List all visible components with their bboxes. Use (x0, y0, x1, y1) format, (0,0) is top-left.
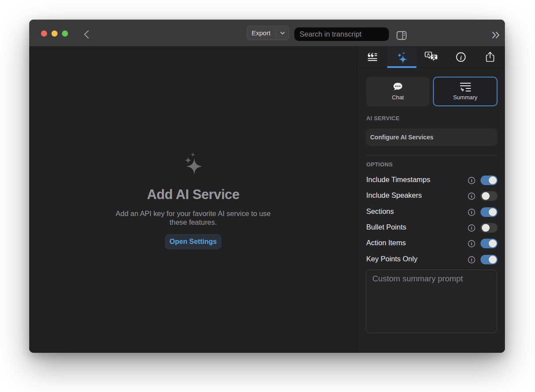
svg-text:i: i (460, 54, 462, 61)
svg-text:i: i (471, 241, 472, 246)
svg-text:i: i (471, 193, 472, 199)
svg-text:A: A (427, 52, 430, 57)
svg-text:i: i (471, 178, 472, 183)
svg-text:i: i (471, 210, 472, 215)
svg-text:文: 文 (431, 54, 436, 59)
svg-text:i: i (471, 225, 472, 230)
svg-text:i: i (471, 257, 472, 262)
